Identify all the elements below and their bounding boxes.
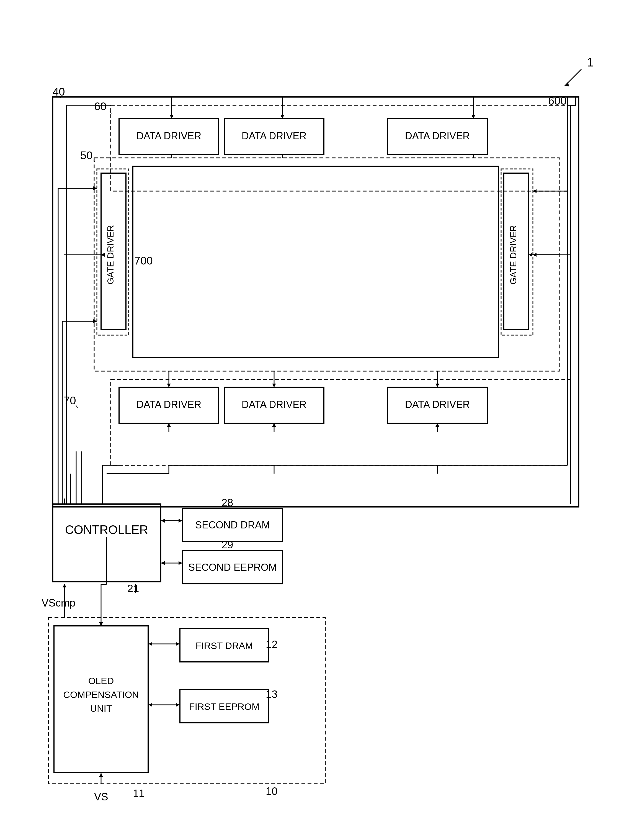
- svg-marker-53: [161, 519, 165, 523]
- oled-comp-line3: UNIT: [90, 703, 112, 714]
- ref-60-label: 60: [94, 100, 107, 112]
- svg-rect-18: [133, 166, 498, 357]
- data-driver-top-1: DATA DRIVER: [137, 130, 202, 142]
- ref-12-label: 12: [266, 639, 278, 650]
- svg-marker-75: [93, 186, 97, 190]
- ref-50-label: 50: [80, 149, 93, 161]
- ref-700-label: 700: [134, 254, 153, 267]
- oled-comp-line2: COMPENSATION: [63, 689, 139, 700]
- svg-marker-66: [149, 642, 152, 646]
- vscmp-label: VScmp: [41, 597, 75, 609]
- first-eeprom-label: FIRST EEPROM: [189, 701, 259, 712]
- ref-28-label: 28: [221, 497, 233, 508]
- svg-marker-56: [178, 561, 182, 565]
- data-driver-top-3: DATA DRIVER: [405, 130, 470, 142]
- ref-40-label: 40: [53, 85, 65, 98]
- ref-70-label: 70: [64, 395, 76, 407]
- data-driver-bottom-2: DATA DRIVER: [242, 399, 307, 410]
- ref-11-label: 11: [133, 788, 145, 799]
- ref-21-label: 21: [127, 583, 139, 594]
- svg-marker-59: [63, 584, 66, 587]
- svg-marker-52: [178, 519, 182, 523]
- ref-13-label: 13: [266, 688, 278, 700]
- svg-rect-2: [53, 97, 579, 507]
- svg-marker-99: [533, 189, 536, 193]
- controller-label: CONTROLLER: [65, 523, 148, 537]
- second-eeprom-label: SECOND EEPROM: [188, 562, 277, 573]
- second-dram-label: SECOND DRAM: [195, 519, 270, 531]
- svg-marker-78: [93, 319, 97, 323]
- gate-driver-right: GATE DRIVER: [508, 225, 518, 285]
- svg-marker-72: [99, 773, 103, 777]
- oled-comp-line1: OLED: [88, 676, 114, 686]
- ref-10-label: 10: [266, 785, 278, 797]
- ref-1: 1: [587, 55, 594, 69]
- first-dram-label: FIRST DRAM: [196, 640, 253, 651]
- svg-line-24: [76, 405, 77, 408]
- ref-29-label: 29: [221, 539, 233, 551]
- data-driver-top-2: DATA DRIVER: [242, 130, 307, 142]
- svg-marker-70: [149, 703, 152, 707]
- svg-marker-65: [176, 642, 180, 646]
- svg-marker-69: [176, 703, 180, 707]
- gate-driver-left: GATE DRIVER: [106, 225, 115, 285]
- data-driver-bottom-1: DATA DRIVER: [137, 399, 202, 410]
- svg-marker-48: [533, 253, 536, 257]
- svg-rect-23: [111, 379, 570, 465]
- svg-rect-16: [94, 158, 559, 371]
- data-driver-bottom-3: DATA DRIVER: [405, 399, 470, 410]
- vs-label: VS: [94, 791, 108, 803]
- svg-rect-61: [49, 617, 325, 784]
- svg-marker-57: [161, 561, 165, 565]
